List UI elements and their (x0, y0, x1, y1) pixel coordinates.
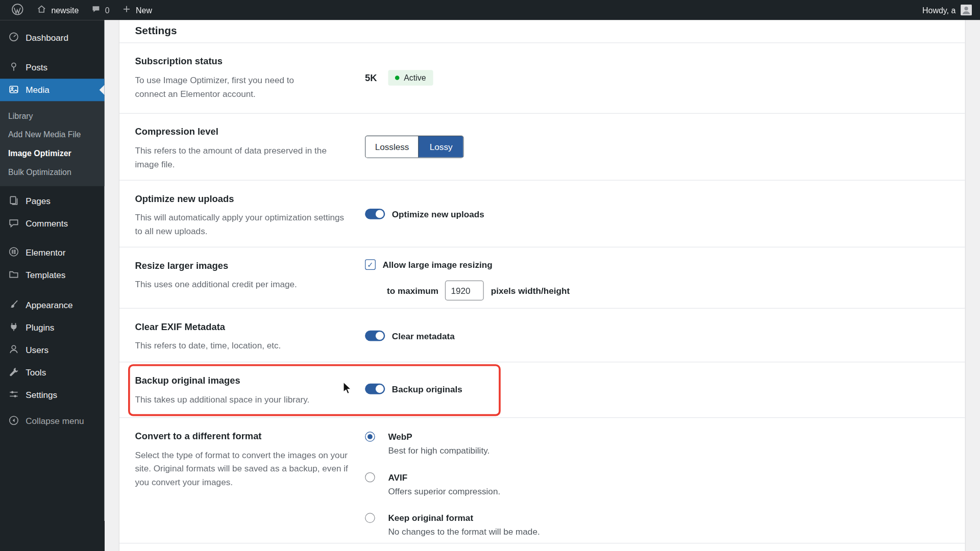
convert-format-row: Convert to a different format Select the… (119, 418, 965, 543)
new-label: New (136, 5, 152, 14)
sidebar-item-label: Posts (26, 62, 47, 72)
allow-resize-checkbox[interactable]: ✓ (365, 259, 376, 270)
submenu-item-add-new-media-file[interactable]: Add New Media File (0, 125, 104, 144)
credits-quota: 5K (365, 72, 377, 83)
media-icon (8, 83, 19, 96)
home-icon (36, 4, 47, 16)
subscription-status-row: Subscription status To use Image Optimiz… (119, 43, 965, 113)
avatar (961, 5, 972, 16)
sidebar-item-label: Pages (26, 196, 51, 206)
sidebar-item-label: Appearance (26, 300, 72, 310)
media-submenu: Library Add New Media File Image Optimiz… (0, 101, 104, 186)
backup-original-images-row: Backup original images This takes up add… (119, 362, 965, 418)
wordpress-logo-icon (11, 3, 23, 17)
sidebar-item-label: Dashboard (26, 33, 68, 43)
site-name-menu[interactable]: newsite (30, 0, 85, 20)
row-title: Backup original images (135, 374, 365, 386)
status-label: Active (404, 73, 426, 82)
row-description: Select the type of format to convert the… (135, 448, 352, 489)
sliders-icon (8, 388, 19, 402)
paintbrush-icon (8, 298, 19, 312)
dashboard-icon (8, 31, 19, 44)
toggle-label: Clear metadata (392, 331, 455, 341)
submenu-item-label: Image Optimizer (8, 148, 71, 158)
webp-radio[interactable] (365, 432, 375, 442)
sidebar-item-settings[interactable]: Settings (0, 384, 104, 406)
wordpress-admin: newsite 0 New Howdy, a (0, 0, 980, 551)
elementor-icon (8, 246, 19, 259)
comments-menu[interactable]: 0 (85, 0, 116, 20)
clear-metadata-toggle[interactable] (365, 331, 385, 341)
option-description: No changes to the format will be made. (388, 525, 540, 539)
submenu-item-image-optimizer[interactable]: Image Optimizer (0, 144, 104, 163)
submenu-item-bulk-optimization[interactable]: Bulk Optimization (0, 162, 104, 181)
lossless-option-button[interactable]: Lossless (365, 136, 418, 158)
toggle-label: Optimize new uploads (392, 209, 484, 219)
sidebar-item-label: Tools (26, 367, 46, 378)
sidebar-item-label: Users (26, 345, 48, 355)
resize-larger-images-row: Resize larger images This uses one addit… (119, 247, 965, 309)
optimize-new-uploads-row: Optimize new uploads This will automatic… (119, 181, 965, 247)
page-title: Settings (135, 25, 177, 37)
checkmark-icon: ✓ (367, 261, 373, 268)
avif-radio[interactable] (365, 472, 375, 483)
sidebar-item-appearance[interactable]: Appearance (0, 294, 104, 316)
sidebar-item-pages[interactable]: Pages (0, 190, 104, 212)
admin-sidebar: Dashboard Posts Media Library (0, 20, 104, 551)
sidebar-item-label: Settings (26, 390, 57, 400)
option-label: WebP (388, 430, 489, 443)
comment-count: 0 (105, 5, 110, 14)
plus-icon (122, 5, 131, 16)
sidebar-item-users[interactable]: Users (0, 339, 104, 361)
status-dot-icon (395, 76, 400, 80)
pushpin-icon (8, 61, 19, 74)
sidebar-item-templates[interactable]: Templates (0, 264, 104, 286)
row-description: This refers to the amount of data preser… (135, 144, 347, 171)
backup-originals-toggle[interactable] (365, 384, 385, 394)
format-option-keep-original: Keep original format No changes to the f… (365, 511, 949, 539)
row-title: Convert to a different format (135, 430, 365, 442)
lossy-option-button[interactable]: Lossy (419, 136, 463, 158)
folder-icon (8, 268, 19, 282)
plug-icon (8, 321, 19, 334)
keep-original-radio[interactable] (365, 513, 375, 523)
submenu-item-label: Bulk Optimization (8, 167, 71, 177)
sidebar-item-posts[interactable]: Posts (0, 56, 104, 79)
account-menu[interactable]: Howdy, a (922, 5, 980, 16)
row-title: Compression level (135, 126, 365, 138)
pages-icon (8, 194, 19, 208)
option-description: Offers superior compression. (388, 484, 500, 498)
sidebar-item-media[interactable]: Media (0, 79, 104, 101)
sidebar-item-comments[interactable]: Comments (0, 212, 104, 235)
sidebar-item-elementor[interactable]: Elementor (0, 241, 104, 264)
compression-level-row: Compression level This refers to the amo… (119, 114, 965, 181)
checkbox-label: Allow large image resizing (382, 260, 492, 270)
sidebar-item-dashboard[interactable]: Dashboard (0, 26, 104, 48)
sidebar-item-label: Comments (26, 219, 68, 229)
new-content-menu[interactable]: New (116, 0, 158, 20)
toggle-label: Backup originals (392, 384, 462, 394)
comment-bubble-icon (91, 5, 101, 16)
wrench-icon (8, 366, 19, 379)
row-description: This refers to date, time, location, etc… (135, 339, 365, 353)
sidebar-item-plugins[interactable]: Plugins (0, 316, 104, 339)
submenu-item-library[interactable]: Library (0, 106, 104, 125)
row-description: This will automatically apply your optim… (135, 211, 347, 238)
row-title: Resize larger images (135, 259, 365, 271)
format-option-webp: WebP Best for high compatibility. (365, 430, 949, 457)
optimize-new-uploads-toggle[interactable] (365, 209, 385, 219)
status-badge: Active (388, 70, 433, 86)
wordpress-logo-menu[interactable] (5, 0, 30, 20)
row-title: Clear EXIF Metadata (135, 320, 365, 333)
admin-bar: newsite 0 New Howdy, a (0, 0, 980, 20)
sidebar-item-label: Media (26, 85, 50, 95)
sidebar-item-tools[interactable]: Tools (0, 361, 104, 384)
sidebar-item-label: Collapse menu (26, 416, 84, 427)
max-size-input[interactable] (445, 281, 484, 300)
submenu-item-label: Library (8, 111, 33, 120)
image-optimizer-settings-panel: Settings Subscription status To use Imag… (119, 20, 966, 551)
collapse-menu-button[interactable]: Collapse menu (0, 410, 104, 432)
sidebar-item-label: Elementor (26, 247, 65, 258)
comments-icon (8, 217, 19, 231)
option-label: Keep original format (388, 511, 540, 525)
